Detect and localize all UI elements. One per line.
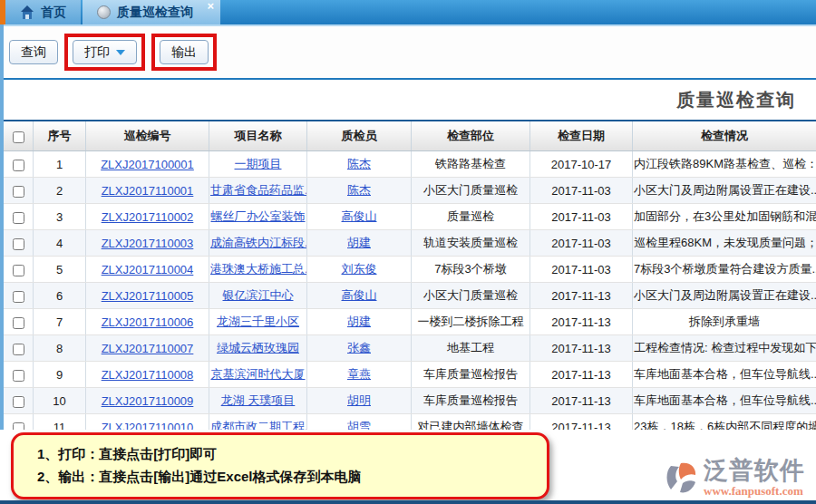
row-inspector-cell: 章燕 xyxy=(307,362,412,388)
query-button-label: 查询 xyxy=(21,44,46,61)
project-name-link[interactable]: 绿城云栖玫瑰园 xyxy=(217,341,299,354)
row-part: 铁路路基检查 xyxy=(412,151,530,178)
row-status: 工程检查情况: 检查过程中发现如下... xyxy=(633,335,816,362)
inspector-link[interactable]: 高俊山 xyxy=(342,209,377,223)
print-button[interactable]: 打印 xyxy=(73,40,137,64)
tab-bar: 首页 质量巡检查询 × xyxy=(0,0,816,24)
row-checkbox-cell xyxy=(4,309,34,335)
row-status: 7标段3个桥墩质量符合建设方质量... xyxy=(633,257,816,283)
row-code-cell: ZLXJ2017110004 xyxy=(86,257,209,283)
row-checkbox-cell xyxy=(4,178,34,204)
inspection-code-link[interactable]: ZLXJ2017100001 xyxy=(101,158,194,171)
inspector-link[interactable]: 高俊山 xyxy=(342,288,377,302)
row-inspector-cell: 高俊山 xyxy=(307,204,412,230)
project-name-link[interactable]: 龙湖 天璞项目 xyxy=(221,393,296,407)
logo-text-block: 泛普软件 www.fanpusoft.com xyxy=(704,459,805,497)
row-checkbox[interactable] xyxy=(13,186,24,198)
row-checkbox-cell xyxy=(4,204,34,230)
inspector-link[interactable]: 章燕 xyxy=(347,367,371,381)
export-button[interactable]: 输出 xyxy=(160,40,209,64)
row-code-cell: ZLXJ2017110001 xyxy=(86,178,209,204)
row-checkbox[interactable] xyxy=(13,396,24,408)
inspector-link[interactable]: 张鑫 xyxy=(347,341,371,354)
project-name-link[interactable]: 港珠澳大桥施工总... xyxy=(210,262,307,276)
row-project-cell: 一期项目 xyxy=(209,151,307,178)
row-date: 2017-11-13 xyxy=(530,283,633,309)
tab-active-label: 质量巡检查询 xyxy=(117,5,193,21)
row-code-cell: ZLXJ2017110009 xyxy=(86,388,209,414)
row-checkbox-cell xyxy=(4,257,34,283)
note-line-2: 2、输出：直接点击[输出]通过Excel格式保存到本电脑 xyxy=(37,465,538,488)
inspection-code-link[interactable]: ZLXJ2017110002 xyxy=(102,210,194,224)
row-checkbox[interactable] xyxy=(13,317,24,329)
row-checkbox[interactable] xyxy=(13,238,24,250)
export-highlight-box: 输出 xyxy=(151,34,217,71)
inspection-code-link[interactable]: ZLXJ2017110005 xyxy=(102,289,194,303)
row-checkbox-cell xyxy=(4,230,34,257)
row-project-cell: 螺丝厂办公室装饰 xyxy=(209,204,307,230)
row-part: 轨道安装质量巡检 xyxy=(412,230,530,257)
row-date: 2017-11-03 xyxy=(530,257,633,283)
table-row: 2 ZLXJ2017110001 甘肃省食品药品监... 陈杰 小区大门质量巡检… xyxy=(4,178,816,204)
tab-home-label: 首页 xyxy=(41,5,66,21)
row-date: 2017-11-13 xyxy=(530,388,633,414)
project-name-link[interactable]: 一期项目 xyxy=(235,157,282,170)
row-seq: 7 xyxy=(34,309,86,335)
header-part: 检查部位 xyxy=(412,121,530,151)
query-button[interactable]: 查询 xyxy=(9,40,58,64)
row-checkbox[interactable] xyxy=(13,265,24,276)
title-bar: 质量巡检查询 xyxy=(0,80,816,120)
row-checkbox[interactable] xyxy=(13,370,24,382)
inspection-code-link[interactable]: ZLXJ2017110004 xyxy=(102,263,194,276)
export-button-label: 输出 xyxy=(171,44,197,61)
row-project-cell: 京基滨河时代大厦 xyxy=(209,362,307,388)
tab-quality-inspection-query[interactable]: 质量巡检查询 × xyxy=(83,0,220,24)
close-tab-icon[interactable]: × xyxy=(207,0,214,12)
project-name-link[interactable]: 银亿滨江中心 xyxy=(223,288,294,302)
row-status: 小区大门及周边附属设置正在建设... xyxy=(633,283,816,309)
inspection-code-link[interactable]: ZLXJ2017110003 xyxy=(102,237,194,250)
row-part: 地基工程 xyxy=(412,335,530,362)
project-name-link[interactable]: 甘肃省食品药品监... xyxy=(210,183,307,197)
row-checkbox[interactable] xyxy=(13,291,24,303)
row-date: 2017-11-13 xyxy=(530,362,633,388)
inspector-link[interactable]: 胡建 xyxy=(347,315,371,328)
inspector-link[interactable]: 刘东俊 xyxy=(342,262,377,276)
project-name-link[interactable]: 京基滨河时代大厦 xyxy=(211,367,306,381)
row-checkbox-cell xyxy=(4,283,34,309)
inspector-link[interactable]: 胡明 xyxy=(347,393,371,407)
inspection-code-link[interactable]: ZLXJ2017110008 xyxy=(102,368,194,382)
row-code-cell: ZLXJ2017110008 xyxy=(86,362,209,388)
row-inspector-cell: 高俊山 xyxy=(307,283,412,309)
inspection-code-link[interactable]: ZLXJ2017110001 xyxy=(102,184,194,198)
tab-home[interactable]: 首页 xyxy=(5,0,81,24)
table-row: 5 ZLXJ2017110004 港珠澳大桥施工总... 刘东俊 7标段3个桥墩… xyxy=(4,257,816,283)
row-date: 2017-11-13 xyxy=(530,335,633,362)
row-checkbox[interactable] xyxy=(13,344,24,355)
inspection-code-link[interactable]: ZLXJ2017110009 xyxy=(102,394,194,408)
left-blue-strip xyxy=(0,24,4,430)
footer: 1、打印：直接点击[打印]即可 2、输出：直接点击[输出]通过Excel格式保存… xyxy=(0,430,816,500)
row-checkbox-cell xyxy=(4,388,34,414)
project-name-link[interactable]: 成渝高铁内江标段... xyxy=(210,236,307,249)
row-date: 2017-11-03 xyxy=(530,230,633,257)
table-row: 1 ZLXJ2017100001 一期项目 陈杰 铁路路基检查 2017-10-… xyxy=(4,151,816,178)
row-checkbox[interactable] xyxy=(13,212,24,224)
row-code-cell: ZLXJ2017110002 xyxy=(86,204,209,230)
inspector-link[interactable]: 陈杰 xyxy=(347,183,371,197)
project-name-link[interactable]: 螺丝厂办公室装饰 xyxy=(211,209,306,223)
project-name-link[interactable]: 龙湖三千里小区 xyxy=(217,315,299,328)
inspector-link[interactable]: 胡建 xyxy=(347,236,371,249)
inspection-code-link[interactable]: ZLXJ2017110006 xyxy=(102,315,194,329)
row-checkbox[interactable] xyxy=(13,160,24,171)
row-status: 内江段铁路89KM路基检查、巡检：... xyxy=(633,151,816,178)
row-project-cell: 成渝高铁内江标段... xyxy=(209,230,307,257)
row-seq: 6 xyxy=(34,283,86,309)
select-all-checkbox[interactable] xyxy=(13,131,24,143)
inspection-code-link[interactable]: ZLXJ2017110007 xyxy=(102,342,194,355)
inspector-link[interactable]: 陈杰 xyxy=(347,157,371,170)
home-icon xyxy=(20,5,34,19)
inspection-table: 序号 巡检编号 项目名称 质检员 检查部位 检查日期 检查情况 1 ZLXJ20… xyxy=(4,120,816,467)
globe-icon xyxy=(97,5,111,19)
table-row: 9 ZLXJ2017110008 京基滨河时代大厦 章燕 车库质量巡检报告 20… xyxy=(4,362,816,388)
